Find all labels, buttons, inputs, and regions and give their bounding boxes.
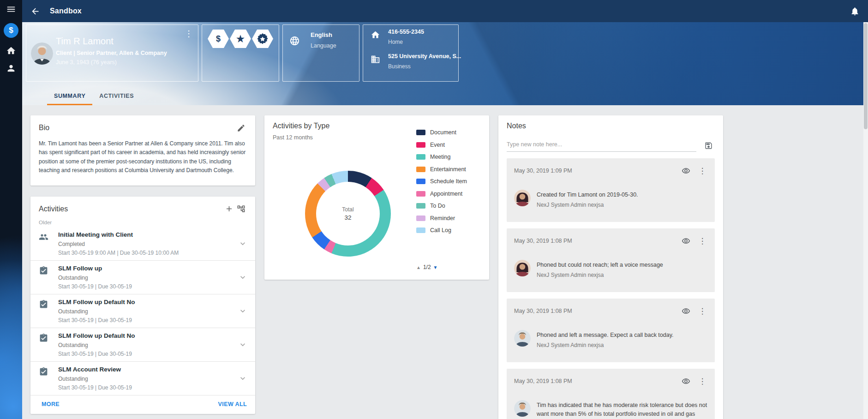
new-note-input[interactable] (507, 138, 696, 152)
address-row: 525 University Avenue, S... Business (371, 53, 458, 70)
donut-total-label: Total (342, 206, 353, 213)
note-body: Created for Tim Lamont on 2019-05-30. Ne… (514, 190, 707, 208)
address-label: Business (388, 63, 461, 70)
hamburger-menu-icon (6, 4, 16, 14)
middle-column: Activities by Type Past 12 months Total … (264, 115, 489, 419)
legend-swatch (416, 191, 425, 197)
legend-label: To Do (430, 203, 445, 209)
language-text-block: English Language (311, 31, 336, 49)
chevron-down-icon[interactable] (237, 339, 249, 351)
activity-status: Outstanding (58, 376, 237, 382)
donut-center: Total 32 (316, 182, 380, 245)
eye-icon (682, 237, 690, 245)
note-text: Tim has indicated that he has moderate r… (537, 401, 707, 419)
star-badge[interactable]: ★ (230, 30, 251, 48)
activity-item[interactable]: SLM Follow up Default No Outstanding Sta… (30, 328, 255, 361)
right-column: Notes May 30, 2019 1:09 PM ⋮ (498, 115, 723, 419)
note-header: May 30, 2019 1:08 PM ⋮ (514, 375, 707, 387)
legend-item: To Do (416, 200, 479, 212)
donut-total-value: 32 (344, 214, 351, 221)
legend-swatch (416, 227, 425, 233)
activity-item[interactable]: SLM Follow up Outstanding Start 30-05-19… (30, 261, 255, 294)
badges-card: $ ★ (202, 24, 279, 82)
language-row: English Language (289, 36, 359, 49)
phone-text-block: 416-555-2345 Home (388, 29, 424, 45)
dollar-badge[interactable]: $ (208, 30, 229, 48)
note-author-avatar (514, 190, 531, 206)
view-all-button[interactable]: VIEW ALL (218, 401, 247, 407)
contact-name: Tim R Lamont (56, 36, 180, 47)
view-note-button[interactable] (680, 235, 692, 247)
menu-button[interactable] (0, 0, 22, 18)
note-timestamp: May 30, 2019 1:09 PM (514, 168, 680, 174)
note-text-block: Created for Tim Lamont on 2019-05-30. Ne… (537, 190, 638, 208)
chevron-down-icon[interactable] (237, 305, 249, 317)
contact-birthdate: June 3, 1943 (76 years) (56, 59, 180, 66)
scrollbar-thumb[interactable] (864, 23, 868, 129)
add-activity-button[interactable] (223, 203, 235, 215)
legend-label: Appointment (430, 191, 462, 197)
activity-item[interactable]: Initial Meeting with Client Completed St… (30, 227, 255, 260)
edit-bio-button[interactable] (235, 122, 247, 134)
legend-swatch (416, 179, 425, 184)
bio-text: Mr. Tim Lamont has been a Senior Partner… (30, 134, 255, 186)
save-note-button[interactable] (702, 139, 715, 152)
donut-chart: Total 32 (305, 171, 391, 257)
legend-swatch (416, 154, 425, 160)
profile-hero-banner: Tim R Lamont Client | Senior Partner, Al… (22, 22, 868, 105)
note-input-row (498, 130, 723, 152)
note-author: NexJ System Admin nexjsa (537, 272, 663, 278)
note-overflow-menu-icon[interactable]: ⋮ (697, 306, 707, 316)
view-note-button[interactable] (680, 305, 692, 317)
scrollbar[interactable] (863, 22, 868, 419)
notifications-button[interactable] (847, 3, 862, 19)
chevron-down-icon[interactable] (237, 238, 249, 250)
language-card: English Language (282, 24, 359, 82)
page-down-icon[interactable]: ▼ (433, 265, 438, 270)
profile-overflow-menu-icon[interactable]: ⋮ (184, 30, 193, 38)
pencil-icon (237, 124, 245, 132)
dollar-icon: $ (216, 34, 221, 44)
note-item: May 30, 2019 1:08 PM ⋮ Tim has indicated… (507, 369, 715, 419)
legend-item: Appointment (416, 188, 479, 200)
activities-title: Activities (39, 205, 223, 213)
eye-icon (682, 167, 690, 175)
activity-item[interactable]: SLM Account Review Outstanding Start 30-… (30, 362, 255, 395)
activity-dates: Start 30-05-19 | Due 30-05-19 (58, 317, 237, 323)
view-note-button[interactable] (680, 165, 692, 177)
page-indicator: 1/2 (423, 264, 431, 270)
view-note-button[interactable] (680, 375, 692, 387)
activity-status: Outstanding (58, 308, 237, 315)
back-button[interactable] (27, 3, 43, 19)
note-item: May 30, 2019 1:08 PM ⋮ Phoned but could … (507, 228, 715, 292)
language-value: English (311, 31, 336, 38)
legend-label: Reminder (430, 215, 455, 221)
chevron-down-icon[interactable] (237, 271, 249, 283)
chevron-down-icon[interactable] (237, 372, 249, 384)
activity-status: Outstanding (58, 275, 237, 281)
activity-hierarchy-button[interactable] (235, 203, 247, 215)
contact-role: Client | Senior Partner, Allen & Company (56, 50, 180, 56)
sidebar-item-contacts[interactable] (0, 60, 22, 77)
tab-summary[interactable]: SUMMARY (47, 87, 92, 105)
activity-item[interactable]: SLM Follow up Default No Outstanding Sta… (30, 294, 255, 328)
active-tab-indicator (47, 104, 92, 105)
app-root: $ Sandbox (0, 0, 868, 419)
note-header: May 30, 2019 1:08 PM ⋮ (514, 305, 707, 317)
more-button[interactable]: MORE (42, 401, 60, 407)
note-author-avatar (514, 330, 531, 347)
note-author: NexJ System Admin nexjsa (537, 202, 638, 208)
activity-dates: Start 30-05-19 | Due 30-05-19 (58, 283, 237, 290)
note-overflow-menu-icon[interactable]: ⋮ (697, 236, 707, 246)
page-up-icon[interactable]: ▲ (416, 265, 421, 270)
sidebar-item-home[interactable] (0, 42, 22, 60)
top-app-bar: Sandbox (22, 0, 868, 22)
note-overflow-menu-icon[interactable]: ⋮ (697, 166, 707, 176)
home-icon (6, 46, 16, 56)
bell-icon (850, 6, 860, 16)
app-logo-dollar-icon[interactable]: $ (4, 23, 18, 38)
task-check-icon (39, 266, 50, 277)
tab-activities[interactable]: ACTIVITIES (92, 87, 141, 105)
star-seal-badge[interactable] (252, 30, 273, 48)
note-overflow-menu-icon[interactable]: ⋮ (697, 377, 707, 386)
